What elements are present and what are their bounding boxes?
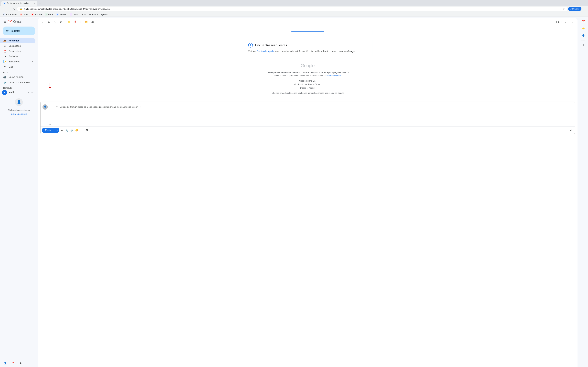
url-text: mail.google.com/mail/u/0/?tab=rm&ogbl#in… [24, 8, 562, 10]
toolbar-separator [65, 20, 65, 24]
send-dropdown-button[interactable]: ▾ [55, 128, 59, 133]
star-icon[interactable]: ☆ [563, 8, 565, 10]
move-to-button[interactable]: 📁 [66, 19, 71, 25]
compose-label: Redactar [10, 30, 20, 32]
bookmark-aplicaciones[interactable]: ⊞ Aplicaciones [1, 13, 18, 16]
bookmarks-bar: ⊞ Aplicaciones M Gmail ▶ YouTube 📍 Maps … [0, 12, 588, 17]
tab-close-button[interactable]: × [33, 2, 35, 5]
location-icon-button[interactable]: 📍 [10, 360, 16, 366]
nav-mas-label: Más [9, 66, 33, 68]
mark-done-button[interactable]: ✓ [78, 19, 83, 25]
bookmark-youtube[interactable]: ▶ YouTube [30, 13, 43, 16]
nav-item-pospuestos[interactable]: ⏰ Pospuestos [0, 49, 35, 54]
bookmark-achicar-label: Achicar Imágenes... [92, 13, 109, 16]
reply-button[interactable]: ↩ [49, 105, 54, 109]
more-options-button[interactable]: ⋮ [563, 128, 568, 133]
sidebar: ☰ Gmail ✏ Redactar 📥 Recibidos [0, 17, 38, 367]
more-insert-button[interactable]: ⋯ [89, 128, 94, 133]
phone-icon-button[interactable]: 📞 [18, 360, 24, 366]
back-button[interactable]: ← [1, 7, 6, 11]
bookmark-gmail[interactable]: M Gmail [18, 13, 29, 16]
reply-text-field[interactable] [49, 114, 566, 122]
forward-button[interactable]: → [7, 7, 11, 11]
youtube-icon: ▶ [31, 13, 34, 16]
video-icon: 📹 [3, 75, 7, 79]
bookmark-twitch[interactable]: t Twitch [69, 13, 79, 16]
send-button-group: Enviar ▾ [42, 128, 59, 133]
gmail-logo[interactable]: Gmail [8, 19, 22, 24]
report-spam-button[interactable]: ⚠ [52, 19, 57, 25]
chat-empty-avatar: 👤 [15, 98, 23, 106]
right-sidebar-divider [581, 40, 585, 41]
meet-section-title: Meet [0, 69, 38, 74]
label-button[interactable]: 🏷 [90, 19, 95, 25]
bookmark-traducir[interactable]: T Traducir [55, 13, 68, 16]
footer-help-link[interactable]: Centro de Ayuda [326, 75, 341, 77]
browser-menu-button[interactable]: ⋮ [582, 7, 587, 11]
new-tab-button[interactable]: + [38, 1, 42, 6]
achicar-icon: 🖼 [89, 13, 91, 16]
footer-disclaimer: Las respuestas a este correo electrónico… [267, 71, 349, 77]
hangouts-add-icon[interactable]: + [31, 91, 33, 94]
bookmark-traducir-label: Traducir [59, 13, 66, 16]
nav-item-mas[interactable]: ∨ Más [0, 64, 35, 69]
nav-item-recibidos[interactable]: 📥 Recibidos [0, 38, 35, 43]
tab-favicon: M [3, 2, 6, 4]
archive-button[interactable]: 🗂 [46, 19, 52, 25]
join-icon: 🔗 [3, 81, 7, 84]
nav-item-unirse-reunion[interactable]: 🔗 Unirse a una reunión [0, 80, 35, 85]
emoji-button[interactable]: 😊 [75, 128, 79, 133]
delete-reply-button[interactable]: 🗑 [569, 128, 573, 133]
start-chat-link[interactable]: Iniciar uno nuevo [11, 113, 27, 115]
nav-item-enviados[interactable]: ➤ Enviados [0, 54, 35, 59]
send-button[interactable]: Enviar [42, 128, 55, 133]
more-toolbar-button[interactable]: ⋮ [96, 19, 101, 25]
expand-reply-button[interactable]: ⤢ [139, 105, 141, 108]
refresh-button[interactable]: ↻ [12, 7, 17, 11]
snooze-icon: ⏰ [3, 50, 7, 53]
gmail-bookmark-icon: M [20, 13, 22, 16]
bottom-bar: 👤 📍 📞 [0, 359, 38, 367]
inbox-icon: 📥 [3, 39, 7, 42]
hangouts-user-label: Pablo [9, 91, 26, 94]
bookmark-maps[interactable]: 📍 Maps [44, 13, 54, 16]
hamburger-menu-button[interactable]: ☰ [3, 19, 7, 24]
account-icon-button[interactable]: 👤 [3, 360, 8, 366]
address-bar[interactable]: 🔒 mail.google.com/mail/u/0/?tab=rm&ogbl#… [17, 7, 568, 11]
contacts-sidebar-button[interactable]: 👤 [580, 33, 587, 39]
hangouts-user-item[interactable]: P Pablo ▾ + [0, 90, 35, 95]
attach-file-button[interactable]: 📎 [65, 128, 69, 133]
add-app-button[interactable]: + [580, 42, 587, 48]
insert-photo-button[interactable]: 🖼 [84, 128, 89, 133]
compose-button[interactable]: ✏ Redactar [3, 26, 35, 35]
nav-item-nueva-reunion[interactable]: 📹 Nueva reunión [0, 74, 35, 80]
bookmark-n[interactable]: n n [80, 13, 87, 16]
next-email-button[interactable]: › [570, 19, 575, 25]
drafts-badge: 2 [32, 60, 33, 63]
bookmark-achicar[interactable]: 🖼 Achicar Imágenes... [88, 13, 111, 16]
aplicaciones-icon: ⊞ [3, 13, 5, 16]
reply-dropdown-button[interactable]: ▾ [55, 105, 59, 109]
footer-sent-because: Te hemos enviado este correo electrónico… [249, 92, 366, 94]
text-format-button[interactable]: A [60, 128, 64, 133]
nav-item-borradores[interactable]: 📝 Borradores 2 [0, 59, 35, 64]
delete-button[interactable]: 🗑 [58, 19, 63, 25]
nav-item-destacados[interactable]: ☆ Destacados [0, 43, 35, 49]
prev-email-button[interactable]: ‹ [563, 19, 568, 25]
back-to-inbox-button[interactable]: ← [40, 19, 46, 25]
help-center-link[interactable]: Centro de Ayuda [257, 50, 274, 53]
find-answers-suffix: para consultar toda la información dispo… [274, 50, 355, 53]
move-folder-button[interactable]: 📂 [84, 19, 89, 25]
bookmark-aplicaciones-label: Aplicaciones [6, 13, 17, 16]
drive-button[interactable]: △ [79, 128, 84, 133]
hangouts-dropdown-icon: ▾ [28, 91, 29, 93]
calendar-sidebar-button[interactable]: 📅 [580, 18, 587, 25]
google-footer: Google Las respuestas a este correo elec… [243, 60, 372, 97]
reply-ellipsis[interactable]: ... [49, 122, 566, 126]
update-button[interactable]: Actualizar [568, 7, 581, 11]
traducir-icon: T [56, 13, 59, 16]
tasks-sidebar-button[interactable]: ⚡ [580, 25, 587, 32]
insert-link-button[interactable]: 🔗 [69, 128, 74, 133]
browser-tab[interactable]: M Pablo, termina de configurar t... × [1, 1, 37, 6]
snooze-toolbar-button[interactable]: ⏰ [72, 19, 77, 25]
